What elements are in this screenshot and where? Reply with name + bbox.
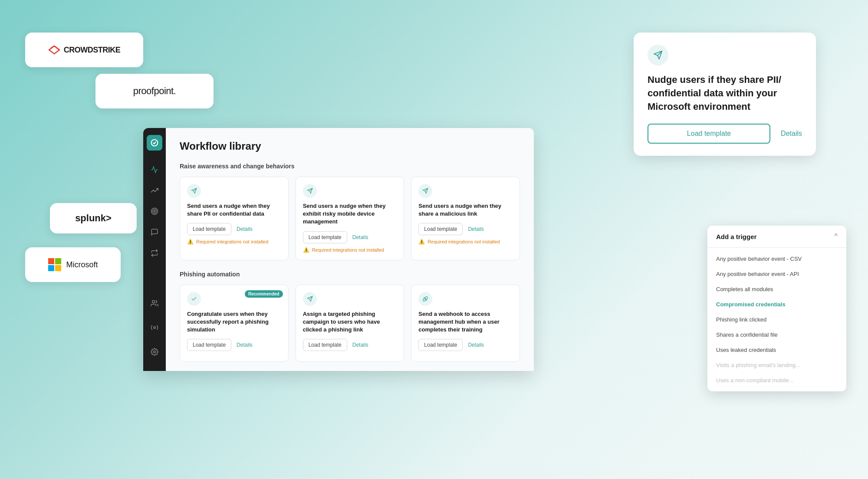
card-malicious-link-icon	[418, 184, 432, 198]
sidebar-item-workflows[interactable]	[146, 244, 163, 262]
proofpoint-text: proofpoint.	[133, 85, 176, 97]
sidebar-item-settings[interactable]	[146, 343, 163, 361]
sidebar-item-messages[interactable]	[146, 223, 163, 241]
card-malicious-link-load-btn[interactable]: Load template	[418, 223, 463, 235]
sidebar-logo	[147, 135, 162, 151]
sidebar-item-users[interactable]	[146, 295, 163, 312]
highlight-card: Nudge users if they share PII/ confident…	[634, 33, 816, 156]
send-icon-small	[191, 188, 197, 194]
card-pii-warning: ⚠️ Required integrations not installed	[187, 239, 281, 245]
trigger-csv[interactable]: Any positive behavior event - CSV	[707, 251, 846, 266]
card-pii: Send users a nudge when they share PII o…	[180, 177, 289, 260]
phishing-cards: Recommended Congratulate users when they…	[180, 285, 520, 362]
svg-point-12	[154, 351, 156, 353]
trigger-list: Any positive behavior event - CSV Any po…	[707, 248, 846, 391]
section-raise-awareness-title: Raise awareness and change behaviors	[180, 163, 520, 170]
svg-rect-1	[55, 258, 61, 264]
crowdstrike-text: CROWDSTRIKE	[64, 46, 121, 55]
highlight-load-button[interactable]: Load template	[648, 124, 770, 144]
trigger-phishing-landing[interactable]: Visits a phishing email's landing...	[707, 358, 846, 373]
trigger-collapse-btn[interactable]: ^	[834, 233, 838, 240]
card-risky-mobile-actions: Load template Details	[303, 231, 397, 243]
sidebar-item-target[interactable]	[146, 203, 163, 220]
card-pii-details-btn[interactable]: Details	[237, 226, 253, 232]
card-phishing-report-load-btn[interactable]: Load template	[187, 339, 231, 351]
recommended-badge: Recommended	[245, 290, 283, 298]
card-webhook-details-btn[interactable]: Details	[468, 342, 484, 348]
warning-icon-2: ⚠️	[303, 247, 309, 253]
card-pii-warning-text: Required integrations not installed	[196, 239, 268, 244]
analytics-icon	[151, 166, 158, 174]
card-webhook-load-btn[interactable]: Load template	[418, 339, 463, 351]
integrations-icon	[151, 324, 158, 331]
target-icon	[151, 207, 158, 215]
trigger-phishing-clicked[interactable]: Phishing link clicked	[707, 312, 846, 327]
card-malicious-link: Send users a nudge when they share a mal…	[411, 177, 520, 260]
card-risky-mobile-icon	[303, 184, 317, 198]
sidebar-bottom	[146, 295, 163, 364]
trigger-all-modules[interactable]: Completes all modules	[707, 282, 846, 297]
sidebar	[143, 128, 166, 371]
trigger-compromised[interactable]: Compromised credentials	[707, 297, 846, 312]
card-risky-mobile: Send users a nudge when they exhibit ris…	[296, 177, 404, 260]
card-webhook-icon	[418, 292, 432, 306]
card-webhook-title: Send a webhook to access management hub …	[418, 310, 513, 334]
warning-icon-3: ⚠️	[418, 239, 425, 245]
card-phishing-campaign-actions: Load template Details	[303, 339, 397, 351]
trigger-panel: Add a trigger ^ Any positive behavior ev…	[707, 226, 846, 391]
card-pii-load-btn[interactable]: Load template	[187, 223, 231, 235]
card-phishing-report-title: Congratulate users when they successfull…	[187, 310, 281, 334]
card-risky-mobile-title: Send users a nudge when they exhibit ris…	[303, 202, 397, 226]
highlight-details-button[interactable]: Details	[781, 130, 802, 138]
card-pii-actions: Load template Details	[187, 223, 281, 235]
link-icon	[422, 296, 428, 302]
splunk-logo: splunk>	[50, 203, 137, 233]
svg-point-10	[152, 300, 155, 303]
card-phishing-campaign-title: Assign a targeted phishing campaign to u…	[303, 310, 397, 334]
svg-rect-2	[48, 265, 54, 271]
card-risky-mobile-load-btn[interactable]: Load template	[303, 231, 347, 243]
section-phishing-title: Phishing automation	[180, 271, 520, 278]
card-phishing-report-actions: Load template Details	[187, 339, 281, 351]
card-phishing-campaign-details-btn[interactable]: Details	[352, 342, 368, 348]
trigger-header: Add a trigger ^	[707, 226, 846, 248]
card-webhook-actions: Load template Details	[418, 339, 513, 351]
svg-point-8	[153, 210, 157, 213]
workflows-icon	[151, 249, 158, 257]
card-risky-mobile-warning-text: Required integrations not installed	[312, 247, 384, 253]
card-phishing-campaign-load-btn[interactable]: Load template	[303, 339, 347, 351]
highlight-card-icon	[648, 45, 668, 66]
trigger-api[interactable]: Any positive behavior event - API	[707, 266, 846, 282]
send-icon-small-2	[307, 188, 313, 194]
svg-rect-3	[55, 265, 61, 271]
crowdstrike-logo: CROWDSTRIKE	[25, 33, 143, 67]
card-malicious-link-warning-text: Required integrations not installed	[427, 239, 500, 244]
main-content: Workflow library Raise awareness and cha…	[166, 128, 534, 371]
trigger-confidential-file[interactable]: Shares a confidential file	[707, 327, 846, 342]
card-malicious-link-details-btn[interactable]: Details	[468, 226, 484, 232]
highlight-card-actions: Load template Details	[648, 124, 802, 144]
hook-icon	[191, 296, 197, 302]
sidebar-item-trends[interactable]	[146, 182, 163, 199]
card-phishing-campaign: Assign a targeted phishing campaign to u…	[296, 285, 404, 362]
trigger-non-compliant[interactable]: Uses a non-compliant mobile...	[707, 373, 846, 388]
page-title: Workflow library	[180, 140, 520, 152]
app-window: Workflow library Raise awareness and cha…	[143, 128, 534, 371]
raise-awareness-cards: Send users a nudge when they share PII o…	[180, 177, 520, 260]
card-phishing-report-details-btn[interactable]: Details	[237, 342, 253, 348]
highlight-card-title: Nudge users if they share PII/ confident…	[648, 73, 802, 113]
warning-icon: ⚠️	[187, 239, 194, 245]
svg-rect-0	[48, 258, 54, 264]
microsoft-text: Microsoft	[66, 260, 98, 269]
splunk-text: splunk>	[75, 213, 112, 224]
sidebar-item-integrations[interactable]	[146, 319, 163, 336]
trends-icon	[151, 187, 158, 194]
microsoft-logo: Microsoft	[25, 247, 121, 282]
trigger-leaked-credentials[interactable]: Uses leaked credentials	[707, 342, 846, 358]
sidebar-item-analytics[interactable]	[146, 161, 163, 178]
send-icon	[653, 50, 663, 60]
card-risky-mobile-details-btn[interactable]: Details	[352, 234, 368, 240]
card-phishing-report-icon	[187, 292, 201, 306]
trigger-panel-title: Add a trigger	[716, 233, 756, 240]
card-malicious-link-warning: ⚠️ Required integrations not installed	[418, 239, 513, 245]
